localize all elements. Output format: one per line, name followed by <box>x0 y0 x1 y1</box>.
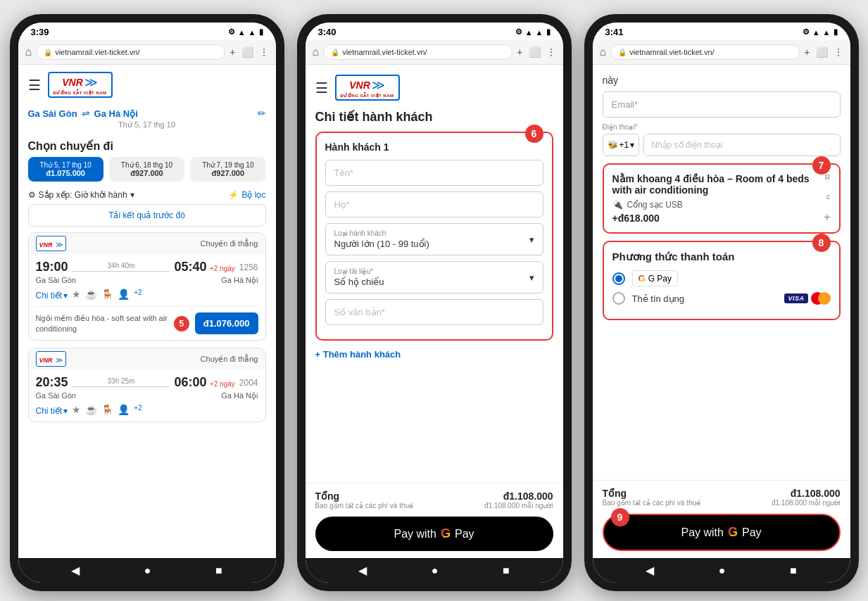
train-times-1: 20:35 33h 25m 06:00 +2 ngày 2004 <box>36 375 258 390</box>
gpay-option[interactable]: G G Pay <box>612 270 831 286</box>
train-type-0: Chuyến đi thẳng <box>201 239 258 248</box>
nav-bar-3: ◀ ● ■ <box>593 558 850 583</box>
status-time-3: 3:41 <box>605 27 624 37</box>
seat-icon: 🪑 <box>101 289 113 300</box>
phone-placeholder: Nhập số điện thoại <box>651 140 722 150</box>
more-icons: +2 <box>134 289 141 300</box>
train-detail-0[interactable]: Chi tiết ▾ <box>36 291 68 300</box>
nav-bar-1: ◀ ● ■ <box>18 558 276 583</box>
app-header-1: ☰ VNR ≫ ĐƯỜNG SẮT VIỆT NAM <box>18 65 276 105</box>
gpay-button-3[interactable]: 9 Pay with G Pay <box>603 514 841 551</box>
train-num-0: 1256 <box>239 262 258 272</box>
price-btn-0[interactable]: đ1.076.000 <box>195 312 258 334</box>
lock-icon: 🔒 <box>44 49 52 56</box>
ten-placeholder: Tên* <box>334 167 353 178</box>
add-passenger-btn[interactable]: + Thêm hành khách <box>315 349 553 360</box>
url-bar-2[interactable]: 🔒 vietnamrail.viet-ticket.vn/ <box>323 44 512 60</box>
doc-type-select[interactable]: Loại tài liệu* Số hộ chiếu ▾ <box>325 261 543 293</box>
back-btn-2[interactable]: ◀ <box>358 564 367 577</box>
step-badge-7: 7 <box>812 156 831 175</box>
home-icon-2[interactable]: ⌂ <box>313 46 320 58</box>
url-bar-3[interactable]: 🔒 vietnamrail.viet-ticket.vn/ <box>610 44 800 60</box>
seat-plus-btn[interactable]: + <box>824 211 830 224</box>
home-btn-3[interactable]: ● <box>719 564 726 577</box>
section-title-1: Chọn chuyến đi <box>18 134 276 157</box>
status-time-1: 3:39 <box>31 27 49 37</box>
train-dur-0: 34h 40m <box>73 262 170 273</box>
sort-bar: ⚙ Sắp xếp: Giờ khởi hành ▾ ⚡ Bộ lọc <box>18 187 276 204</box>
star-icon: ★ <box>72 404 81 415</box>
train-num-1: 2004 <box>239 378 258 388</box>
train-detail-1[interactable]: Chi tiết ▾ <box>36 406 68 416</box>
tab-count-icon-2[interactable]: ⬜ <box>529 46 541 58</box>
country-code-select[interactable]: 🐝 +1 ▾ <box>603 134 640 156</box>
tab-price-0: đ1.075.000 <box>35 169 96 177</box>
url-bar-1[interactable]: 🔒 vietnamrail.viet-ticket.vn/ <box>36 44 225 60</box>
seat-row-0: Ngồi mềm điều hòa - soft seat with air c… <box>36 306 258 334</box>
recents-btn-3[interactable]: ■ <box>790 564 797 577</box>
credit-option[interactable]: Thẻ tín dụng VISA <box>612 292 831 305</box>
plus-tab-icon[interactable]: + <box>229 46 235 58</box>
total-label-2: Tổng <box>315 491 414 502</box>
train-arr-0: 05:40 <box>174 260 206 274</box>
hamburger-icon[interactable]: ☰ <box>28 77 41 94</box>
sort-icon: ⚙ <box>28 190 36 200</box>
app-header-2: ☰ VNR ≫ ĐƯỜNG SẮT VIỆT NAM <box>315 75 553 101</box>
nav-bar-2: ◀ ● ■ <box>306 558 563 583</box>
date-tab-1[interactable]: Thứ 6, 18 thg 10 đ927.000 <box>109 157 184 182</box>
ho-placeholder: Họ* <box>334 199 350 210</box>
battery-icon: ▮ <box>546 27 551 37</box>
doc-num-field[interactable]: Số văn bản* <box>325 299 543 325</box>
train-card-1: VNR ≫ Chuyến đi thẳng 20:35 33h <box>28 348 266 422</box>
date-tab-0[interactable]: Thứ 5, 17 thg 10 đ1.075.000 <box>28 157 103 182</box>
credit-radio[interactable] <box>612 292 625 305</box>
plus-tab-icon-2[interactable]: + <box>517 46 522 58</box>
train-icons-0: ★ ☕ 🪑 👤 +2 <box>72 289 141 300</box>
load-prev-btn[interactable]: Tải kết quả trước đó <box>28 204 266 227</box>
email-field[interactable]: Email* <box>603 91 841 118</box>
back-btn[interactable]: ◀ <box>71 564 80 577</box>
recents-btn-2[interactable]: ■ <box>503 564 510 577</box>
status-icons-2: ⚙ ▲ ▲ ▮ <box>515 27 551 37</box>
gpay-radio[interactable] <box>612 272 625 285</box>
sort-left[interactable]: ⚙ Sắp xếp: Giờ khởi hành ▾ <box>28 190 134 200</box>
filter-btn[interactable]: ⚡ Bộ lọc <box>228 190 265 200</box>
browser-bar-3: ⌂ 🔒 vietnamrail.viet-ticket.vn/ + ⬜ ⋮ <box>593 40 850 65</box>
back-btn-3[interactable]: ◀ <box>646 564 654 577</box>
tab-count-icon-3[interactable]: ⬜ <box>816 46 828 58</box>
signal-icon-3: ▲ <box>812 28 820 37</box>
home-icon-3[interactable]: ⌂ <box>600 46 607 58</box>
passenger-type-select[interactable]: Loại hành khách Người lớn (10 - 99 tuổi)… <box>325 223 543 255</box>
menu-icon-2[interactable]: ⋮ <box>546 46 556 58</box>
gpay-button-2[interactable]: Pay with G Pay <box>315 517 553 551</box>
vnr-subtitle: ĐƯỜNG SẮT VIỆT NAM <box>54 90 107 95</box>
route-from: Ga Sài Gòn <box>28 108 77 119</box>
edit-icon[interactable]: ✏ <box>258 108 266 119</box>
menu-icon[interactable]: ⋮ <box>259 46 269 58</box>
vnr-logo: VNR ≫ ĐƯỜNG SẮT VIỆT NAM <box>48 72 113 98</box>
credit-label: Thẻ tín dụng <box>632 293 685 304</box>
plus-tab-icon-3[interactable]: + <box>804 46 810 58</box>
total-row-3: Tổng Bao gồm tất cả các phí và thuế đ1.1… <box>603 488 841 507</box>
train-stations-1: Ga Sài Gòn Ga Hà Nội <box>36 391 258 400</box>
home-icon[interactable]: ⌂ <box>25 46 32 58</box>
total-label-3: Tổng <box>603 488 701 499</box>
pay-with-label-2: Pay with <box>394 528 436 540</box>
date-tab-2[interactable]: Thứ 7, 19 thg 10 đ927.000 <box>190 157 265 182</box>
usb-label: Cổng sạc USB <box>627 200 683 210</box>
hamburger-icon-2[interactable]: ☰ <box>315 80 328 96</box>
recents-btn[interactable]: ■ <box>215 564 222 577</box>
settings-icon: ⚙ <box>515 27 522 37</box>
phone-number-input[interactable]: Nhập số điện thoại <box>643 134 840 156</box>
home-btn-2[interactable]: ● <box>432 564 439 577</box>
seat-icon: 🪑 <box>101 404 113 415</box>
menu-icon-3[interactable]: ⋮ <box>834 46 843 58</box>
home-btn[interactable]: ● <box>144 564 151 577</box>
browser-actions-2: + ⬜ ⋮ <box>517 46 555 58</box>
ho-field[interactable]: Họ* <box>325 191 543 217</box>
tab-count-icon[interactable]: ⬜ <box>241 46 253 58</box>
step-badge-5: 5 <box>174 316 189 331</box>
status-time-2: 3:40 <box>318 27 336 37</box>
train-times-0: 19:00 34h 40m 05:40 +2 ngày 1256 <box>36 260 258 274</box>
ten-field[interactable]: Tên* <box>325 160 543 186</box>
